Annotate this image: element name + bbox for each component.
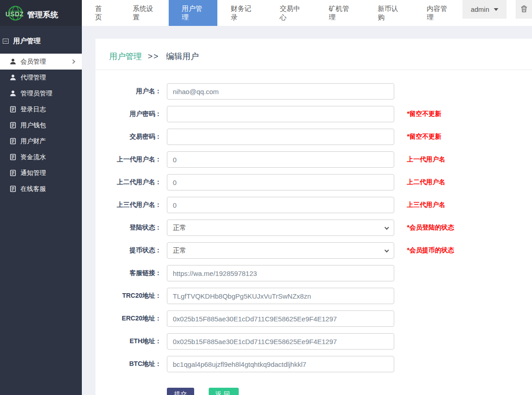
sidebar-item[interactable]: 资金流水	[0, 149, 82, 165]
sidebar-item[interactable]: 用户财产	[0, 133, 82, 149]
logo-text: USDZ	[5, 10, 24, 18]
topbar: USDZ 管理系统 首页 系统设置 用户管理 财务记录	[0, 0, 532, 26]
form-field-input[interactable]	[167, 242, 394, 259]
form-field-input[interactable]	[167, 197, 394, 213]
nav-tab-label: 交易中心	[280, 5, 302, 22]
nav-tab[interactable]: 系统设置	[120, 0, 169, 26]
sidebar-item-icon	[9, 121, 17, 129]
sidebar-item-label: 登录日志	[20, 105, 46, 114]
page-title: 编辑用户	[166, 52, 199, 61]
nav-tab-label: 财务记录	[231, 5, 253, 22]
sidebar-header: 用户管理	[0, 26, 82, 54]
form-field-label: BTC地址：	[95, 360, 161, 368]
form-field-input[interactable]	[167, 310, 394, 327]
form-field-input[interactable]	[167, 151, 394, 168]
form-field-input-wrap	[167, 83, 394, 100]
sidebar-item-label: 通知管理	[20, 169, 46, 177]
sidebar-item-label: 在线客服	[20, 185, 46, 193]
form-row: ERC20地址：	[95, 307, 532, 330]
sidebar-menu: 会员管理	[0, 54, 82, 197]
form-field-input-wrap	[167, 242, 394, 259]
form-actions: 提交 返回	[167, 388, 532, 395]
sidebar-item-icon	[9, 153, 17, 161]
topbar-right: admin	[462, 0, 532, 26]
form-row: 登陆状态： *会员登陆的状态	[95, 216, 532, 239]
form-field-label: 提币状态：	[95, 246, 161, 255]
sidebar-item-label: 用户财产	[20, 137, 46, 145]
form-row: 上三代用户名： 上三代用户名	[95, 194, 532, 216]
sidebar-item[interactable]: 登录日志	[0, 101, 82, 117]
form-field-input-wrap	[167, 310, 394, 327]
form-field-label: 交易密码：	[95, 133, 161, 141]
nav-tab-label: 系统设置	[133, 5, 156, 22]
sidebar-item[interactable]: 代理管理	[0, 70, 82, 85]
sidebar-item-icon	[9, 169, 17, 177]
nav-tab-label: 内容管理	[427, 5, 449, 22]
form-field-input-wrap	[167, 106, 394, 122]
sidebar-item-icon	[9, 58, 17, 65]
form-field-hint: 上二代用户名	[407, 178, 445, 186]
app-window: USDZ 管理系统 首页 系统设置 用户管理 财务记录	[0, 0, 532, 395]
sidebar-item[interactable]: 通知管理	[0, 165, 82, 181]
sidebar-item[interactable]: 管理员管理	[0, 85, 82, 101]
form-row: 用户密码： *留空不更新	[95, 103, 532, 125]
form-row: 提币状态： *会员提币的状态	[95, 239, 532, 262]
back-button[interactable]: 返回	[209, 388, 239, 395]
form-field-label: 上三代用户名：	[95, 201, 161, 209]
form-field-label: 用户名：	[95, 87, 161, 95]
form-field-input[interactable]	[167, 265, 394, 281]
form-field-input-wrap	[167, 129, 394, 145]
form-field-label: ERC20地址：	[95, 315, 161, 323]
nav-tab[interactable]: 用户管理	[169, 0, 218, 26]
nav-tab-label: 矿机管理	[329, 5, 351, 22]
form-field-input-wrap	[167, 356, 394, 372]
nav-tab[interactable]: 首页	[82, 0, 120, 26]
nav-tab[interactable]: 新币认购	[365, 0, 414, 26]
admin-menu-button[interactable]: admin	[462, 0, 507, 19]
admin-label: admin	[471, 5, 489, 13]
form-field-input[interactable]	[167, 174, 394, 190]
form-row: 客服链接：	[95, 262, 532, 285]
nav-tab-label: 首页	[95, 5, 106, 22]
trash-button[interactable]	[516, 0, 532, 19]
form-row: BTC地址：	[95, 353, 532, 375]
brand-title: 管理系统	[27, 10, 58, 20]
chevron-right-icon	[71, 60, 75, 64]
breadcrumb-link[interactable]: 用户管理	[109, 52, 142, 61]
form-field-input-wrap	[167, 220, 394, 236]
collapse-icon[interactable]	[3, 39, 9, 44]
form-row: 上二代用户名： 上二代用户名	[95, 171, 532, 194]
form-field-input-wrap	[167, 288, 394, 304]
form-field-label: ETH地址：	[95, 337, 161, 345]
form-field-input-wrap	[167, 333, 394, 350]
submit-button[interactable]: 提交	[167, 388, 194, 395]
form-field-hint: 上三代用户名	[407, 201, 445, 209]
nav-tab[interactable]: 财务记录	[217, 0, 266, 26]
nav-tab[interactable]: 交易中心	[266, 0, 316, 26]
form-field-input[interactable]	[167, 83, 394, 100]
sidebar-item[interactable]: 会员管理	[0, 54, 82, 70]
nav-tab[interactable]: 矿机管理	[316, 0, 365, 26]
form-field-input[interactable]	[167, 129, 394, 145]
form-field-label: 登陆状态：	[95, 224, 161, 232]
form-row: 用户名：	[95, 80, 532, 103]
sidebar-item[interactable]: 在线客服	[0, 181, 82, 197]
form-field-label: 上二代用户名：	[95, 178, 161, 186]
form-field-input[interactable]	[167, 220, 394, 236]
form-field-input[interactable]	[167, 288, 394, 304]
form-row: 上一代用户名： 上一代用户名	[95, 148, 532, 171]
nav-tab[interactable]: 内容管理	[413, 0, 462, 26]
form-field-input[interactable]	[167, 356, 394, 372]
form-field-input-wrap	[167, 151, 394, 168]
top-navigation: 首页 系统设置 用户管理 财务记录 交易中心 矿机	[82, 0, 462, 26]
sidebar-item-label: 会员管理	[20, 58, 46, 66]
form-row: ETH地址：	[95, 330, 532, 353]
sidebar-item-icon	[9, 105, 17, 113]
form-field-input[interactable]	[167, 106, 394, 122]
sidebar-item-label: 资金流水	[20, 153, 46, 161]
form-field-input[interactable]	[167, 333, 394, 350]
sidebar-item[interactable]: 用户钱包	[0, 117, 82, 133]
form-field-label: 用户密码：	[95, 110, 161, 118]
form-row: TRC20地址：	[95, 285, 532, 307]
sidebar-item-label: 代理管理	[20, 74, 46, 82]
